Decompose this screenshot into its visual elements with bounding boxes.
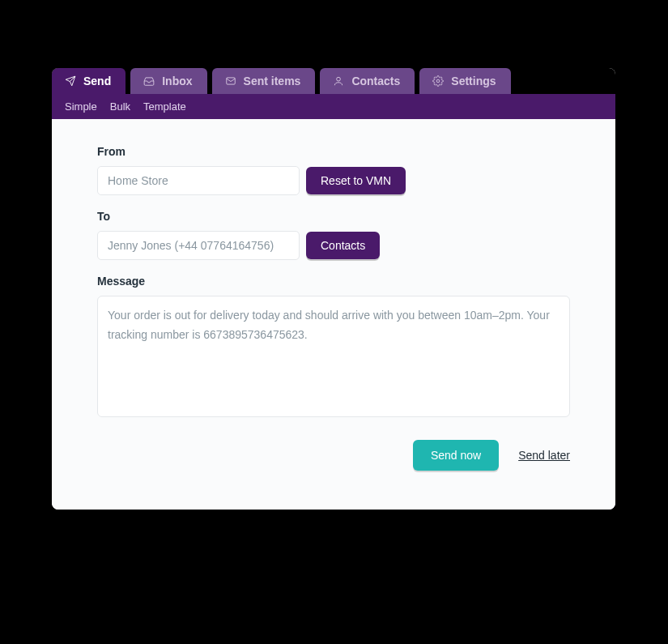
sub-navigation: Simple Bulk Template [52,94,615,119]
subnav-simple[interactable]: Simple [65,100,97,113]
from-label: From [97,145,570,158]
from-field: From Reset to VMN [97,145,570,195]
settings-icon [432,75,444,87]
tab-label: Send [83,75,111,87]
to-label: To [97,210,570,223]
send-icon [65,75,76,87]
tab-contacts[interactable]: Contacts [320,68,415,94]
tab-sent-items[interactable]: Sent items [212,68,316,94]
tab-label: Inbox [162,75,192,87]
message-field: Message [97,275,570,420]
send-now-button[interactable]: Send now [413,440,499,471]
subnav-bulk[interactable]: Bulk [110,100,130,113]
tab-send[interactable]: Send [52,68,126,94]
svg-point-2 [437,79,440,83]
form-panel: From Reset to VMN To Contacts Message Se… [52,119,615,510]
to-row: Contacts [97,231,570,260]
main-tabs: Send Inbox Sent items Contacts Settings [52,68,615,94]
contacts-button[interactable]: Contacts [306,232,380,259]
contacts-icon [333,75,344,87]
tab-label: Contacts [351,75,400,87]
tab-label: Settings [451,75,496,87]
inbox-icon [143,75,155,87]
reset-vmn-button[interactable]: Reset to VMN [306,167,406,194]
form-actions: Send now Send later [97,440,570,471]
app-window: Send Inbox Sent items Contacts Settings [52,68,615,510]
tab-label: Sent items [244,75,301,87]
from-row: Reset to VMN [97,166,570,195]
svg-rect-0 [226,78,235,84]
message-label: Message [97,275,570,288]
to-field: To Contacts [97,210,570,260]
tab-inbox[interactable]: Inbox [130,68,206,94]
svg-point-1 [337,77,341,81]
subnav-template[interactable]: Template [143,100,186,113]
send-later-link[interactable]: Send later [518,449,570,462]
tab-settings[interactable]: Settings [419,68,510,94]
from-input[interactable] [97,166,300,195]
message-textarea[interactable] [97,296,570,417]
to-input[interactable] [97,231,300,260]
sent-items-icon [225,75,236,87]
